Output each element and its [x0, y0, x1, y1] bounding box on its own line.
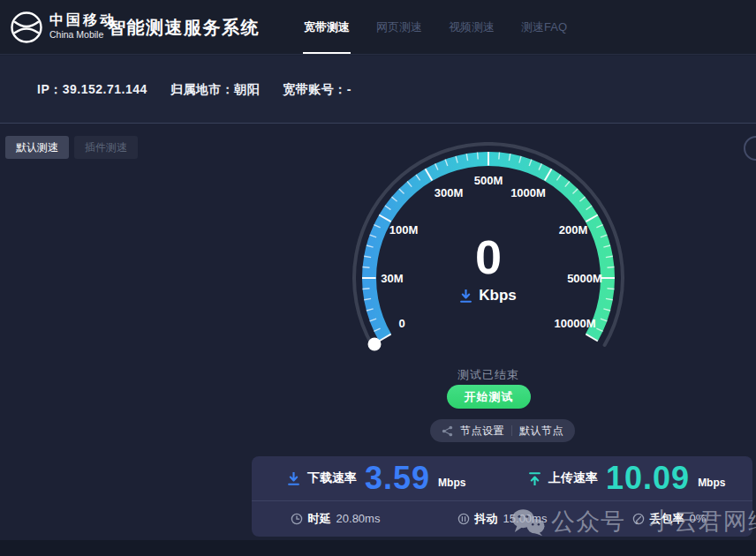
- china-mobile-logo-icon: [9, 10, 44, 45]
- mode-tab-default-speedtest[interactable]: 默认测速: [5, 136, 69, 159]
- packet-loss-result: 丢包率 0%: [586, 511, 752, 527]
- broadband-account: 宽带账号：-: [283, 82, 352, 98]
- packet-loss-icon: [632, 513, 645, 525]
- nav-tab-webpage-speedtest[interactable]: 网页测速: [376, 19, 422, 35]
- scale-label-10000m: 10000M: [555, 317, 596, 330]
- ip-address: IP：39.152.71.144: [37, 82, 147, 98]
- node-share-icon: [442, 425, 453, 437]
- mode-tabs: 默认测速 插件测速: [5, 136, 138, 159]
- logo-en: China Mobile: [49, 29, 117, 41]
- latency-value: 20.80ms: [336, 512, 381, 525]
- test-status-text: 测试已结束: [336, 367, 641, 383]
- info-bar: IP：39.152.71.144 归属地市：朝阳 宽带账号：-: [0, 56, 756, 124]
- download-arrow-icon: [460, 289, 472, 303]
- current-speed-unit-row: Kbps: [336, 287, 641, 304]
- download-value: 3.59: [365, 462, 430, 495]
- upload-result: 上传速率 10.09 Mbps: [503, 456, 753, 500]
- download-label: 下载速率: [307, 470, 357, 486]
- speed-gauge: 0 30M 100M 300M 500M 1000M 200M 5000M 10…: [336, 142, 641, 357]
- packet-loss-label: 丢包率: [650, 511, 684, 527]
- nav-tab-video-speedtest[interactable]: 视频测速: [449, 19, 495, 35]
- upload-arrow-icon: [529, 472, 541, 485]
- download-unit: Mbps: [438, 477, 465, 489]
- download-arrow-icon: [288, 472, 299, 485]
- page-title: 智能测速服务系统: [108, 16, 260, 40]
- header: 中国移动 China Mobile 智能测速服务系统 宽带测速 网页测速 视频测…: [0, 0, 756, 55]
- results-bottom-row: 时延 20.80ms 抖动 15.00ms 丢包率 0%: [252, 501, 752, 536]
- nav-tab-speedtest-faq[interactable]: 测速FAQ: [521, 19, 567, 35]
- jitter-icon: [457, 513, 470, 525]
- upload-unit: Mbps: [698, 477, 725, 489]
- current-speed-unit: Kbps: [479, 287, 517, 304]
- node-settings-button[interactable]: 节点设置: [460, 424, 504, 439]
- scale-label-300m: 300M: [435, 186, 464, 199]
- pill-divider: [511, 425, 512, 436]
- home-city: 归属地市：朝阳: [170, 82, 261, 98]
- logo-cn: 中国移动: [49, 11, 117, 29]
- start-test-button[interactable]: 开始测试: [447, 385, 531, 409]
- logo-text: 中国移动 China Mobile: [49, 11, 117, 41]
- upload-value: 10.09: [606, 462, 690, 495]
- packet-loss-value: 0%: [690, 512, 707, 525]
- scale-label-0: 0: [398, 317, 404, 330]
- nav-tab-broadband-speedtest[interactable]: 宽带测速: [304, 19, 350, 35]
- footer-strip: [0, 540, 756, 556]
- mode-tab-plugin-speedtest[interactable]: 插件测速: [74, 136, 138, 159]
- download-result: 下载速率 3.59 Mbps: [252, 456, 503, 500]
- scale-label-1000m: 1000M: [510, 186, 546, 199]
- jitter-label: 抖动: [475, 511, 498, 527]
- node-selection-pill: 节点设置 默认节点: [430, 419, 575, 442]
- default-node-button[interactable]: 默认节点: [519, 424, 563, 439]
- jitter-value: 15.00ms: [503, 512, 548, 525]
- main-nav: 宽带测速 网页测速 视频测速 测速FAQ: [304, 0, 567, 55]
- gauge-needle-dot: [368, 338, 382, 351]
- latency-result: 时延 20.80ms: [252, 511, 419, 527]
- latency-label: 时延: [308, 511, 331, 527]
- scale-label-500m: 500M: [474, 174, 503, 187]
- jitter-result: 抖动 15.00ms: [419, 511, 586, 527]
- results-panel: 下载速率 3.59 Mbps 上传速率 10.09 Mbps 时延 20.80m…: [252, 456, 752, 537]
- connection-info: IP：39.152.71.144 归属地市：朝阳 宽带账号：-: [37, 56, 352, 124]
- results-top-row: 下载速率 3.59 Mbps 上传速率 10.09 Mbps: [252, 456, 752, 501]
- clock-icon: [291, 513, 303, 525]
- current-speed-value: 0: [336, 232, 641, 282]
- edge-widget-partial-circle: [744, 136, 756, 161]
- upload-label: 上传速率: [548, 470, 598, 486]
